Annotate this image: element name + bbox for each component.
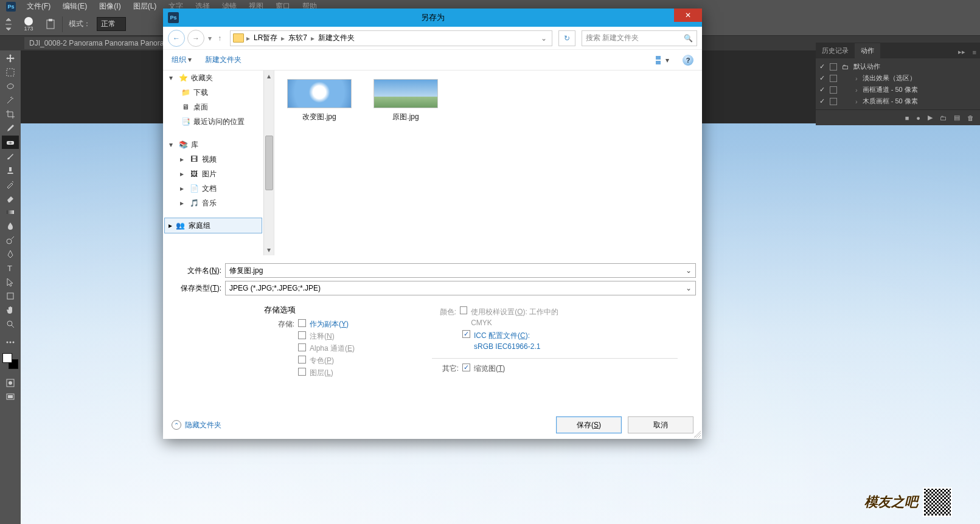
check-icon[interactable]: ✓: [819, 74, 825, 82]
pen-tool[interactable]: [2, 247, 19, 261]
action-row[interactable]: ✓›画框通道 - 50 像素: [816, 84, 980, 95]
gradient-tool[interactable]: [2, 205, 19, 219]
toggle-dialog-icon[interactable]: [830, 98, 837, 105]
breadcrumb-seg-0[interactable]: LR暂存: [252, 33, 279, 43]
quick-mask-toggle[interactable]: [2, 376, 19, 390]
check-icon[interactable]: ✓: [819, 86, 825, 94]
eraser-tool[interactable]: [2, 191, 19, 205]
panel-menu-icon[interactable]: ≡: [969, 46, 980, 58]
view-mode-dropdown[interactable]: ▾: [656, 55, 669, 66]
nav-up-button[interactable]: ↑: [215, 34, 224, 43]
toggle-dialog-icon[interactable]: [830, 75, 837, 82]
history-brush-tool[interactable]: [2, 178, 19, 191]
record-icon[interactable]: ●: [916, 114, 920, 122]
brush-tool[interactable]: [2, 150, 19, 163]
trash-icon[interactable]: 🗑: [967, 114, 974, 122]
filename-input[interactable]: 修复图.jpg ⌄: [225, 263, 696, 278]
blur-tool[interactable]: [2, 219, 19, 233]
doc-tab[interactable]: DJI_0008-2 Panorama Panorama Panorama: [24, 37, 179, 49]
tool-preset-picker[interactable]: [5, 18, 12, 30]
tree-library[interactable]: ▾📚库: [163, 137, 263, 152]
zoom-tool[interactable]: [2, 317, 19, 331]
lasso-tool[interactable]: [2, 80, 19, 93]
shape-tool[interactable]: [2, 289, 19, 303]
icc-checkbox[interactable]: ✓: [462, 330, 470, 338]
panel-tab-history[interactable]: 历史记录: [816, 43, 855, 58]
toggle-dialog-icon[interactable]: [830, 63, 837, 71]
resize-grip[interactable]: [693, 430, 701, 438]
hide-folders-button[interactable]: ⌃隐藏文件夹: [172, 420, 221, 430]
new-folder-button[interactable]: 新建文件夹: [205, 55, 242, 65]
save-button[interactable]: 保存(S): [556, 416, 622, 433]
tree-downloads[interactable]: 📁下载: [163, 85, 263, 100]
crop-tool[interactable]: [2, 108, 19, 121]
nav-forward-button[interactable]: →: [187, 30, 204, 47]
action-row[interactable]: ✓🗀默认动作: [816, 61, 980, 72]
dialog-titlebar[interactable]: Ps 另存为 ✕: [163, 9, 702, 27]
action-row[interactable]: ✓›木质画框 - 50 像素: [816, 95, 980, 107]
tree-videos[interactable]: ▸🎞视频: [163, 152, 263, 167]
panel-tab-actions[interactable]: 动作: [855, 43, 880, 58]
breadcrumb-dropdown-icon[interactable]: ⌄: [538, 34, 549, 43]
chevron-down-icon[interactable]: ⌄: [686, 284, 692, 292]
tree-desktop[interactable]: 🖥桌面: [163, 100, 263, 114]
check-icon[interactable]: ✓: [819, 97, 825, 105]
action-row[interactable]: ✓›淡出效果（选区）: [816, 72, 980, 84]
screen-mode-toggle[interactable]: [2, 390, 19, 404]
brush-preview[interactable]: 173: [18, 16, 39, 33]
refresh-button[interactable]: ↻: [558, 30, 575, 46]
file-list[interactable]: 改变图.jpg 原图.jpg: [274, 71, 702, 255]
move-tool[interactable]: [2, 52, 19, 65]
organize-dropdown[interactable]: 组织 ▾: [172, 55, 192, 65]
healing-brush-tool[interactable]: [2, 136, 19, 149]
menu-image[interactable]: 图像(I): [94, 1, 125, 12]
clipboard-icon[interactable]: [45, 19, 56, 30]
new-set-icon[interactable]: 🗀: [940, 114, 947, 122]
menu-edit[interactable]: 编辑(E): [58, 1, 92, 12]
as-copy-checkbox[interactable]: [298, 319, 306, 327]
tree-documents[interactable]: ▸📄文档: [163, 181, 263, 196]
breadcrumb-seg-1[interactable]: 东软7: [287, 33, 308, 43]
stop-icon[interactable]: ■: [905, 114, 909, 122]
marquee-tool[interactable]: [2, 66, 19, 79]
file-item[interactable]: 原图.jpg: [369, 79, 442, 122]
clone-stamp-tool[interactable]: [2, 164, 19, 177]
help-icon[interactable]: ?: [683, 55, 693, 66]
eyedropper-tool[interactable]: [2, 122, 19, 135]
magic-wand-tool[interactable]: [2, 94, 19, 107]
edit-toolbar[interactable]: [2, 336, 19, 349]
breadcrumb-seg-2[interactable]: 新建文件夹: [317, 33, 356, 43]
breadcrumb[interactable]: ▸ LR暂存 ▸ 东软7 ▸ 新建文件夹 ⌄: [230, 30, 552, 46]
check-icon[interactable]: ✓: [819, 63, 825, 71]
tree-pictures[interactable]: ▸🖼图片: [163, 167, 263, 181]
scrollbar-thumb[interactable]: [265, 136, 273, 190]
path-selection-tool[interactable]: [2, 275, 19, 289]
thumbnail-checkbox[interactable]: ✓: [462, 364, 470, 371]
tree-music[interactable]: ▸🎵音乐: [163, 196, 263, 210]
scroll-up-icon[interactable]: ▴: [267, 72, 271, 80]
tree-scrollbar[interactable]: ▴ ▾: [263, 71, 274, 255]
menu-layer[interactable]: 图层(L): [128, 1, 162, 12]
chevron-down-icon[interactable]: ⌄: [686, 266, 692, 275]
fg-bg-colors[interactable]: [2, 353, 18, 369]
filetype-select[interactable]: JPEG (*.JPG;*.JPEG;*.JPE) ⌄: [225, 281, 696, 295]
nav-back-button[interactable]: ←: [168, 30, 185, 47]
close-button[interactable]: ✕: [674, 9, 702, 22]
menu-file[interactable]: 文件(F): [22, 1, 55, 12]
type-tool[interactable]: T: [2, 261, 19, 275]
cancel-button[interactable]: 取消: [628, 416, 693, 433]
file-item[interactable]: 改变图.jpg: [283, 79, 356, 122]
tree-homegroup[interactable]: ▸👥家庭组: [164, 218, 262, 233]
tree-recent[interactable]: 📑最近访问的位置: [163, 114, 263, 129]
hand-tool[interactable]: [2, 303, 19, 317]
mode-select[interactable]: 正常: [97, 17, 126, 31]
new-action-icon[interactable]: ▤: [954, 114, 960, 122]
tree-favorites[interactable]: ▾⭐收藏夹: [163, 71, 263, 85]
search-input[interactable]: 搜索 新建文件夹 🔍: [582, 30, 697, 46]
panel-collapse-icon[interactable]: ▸▸: [954, 46, 969, 58]
toggle-dialog-icon[interactable]: [830, 86, 837, 94]
nav-history-dropdown[interactable]: ▾: [207, 34, 213, 43]
dodge-tool[interactable]: [2, 233, 19, 247]
play-icon[interactable]: ▶: [928, 114, 933, 122]
scroll-down-icon[interactable]: ▾: [267, 246, 271, 254]
